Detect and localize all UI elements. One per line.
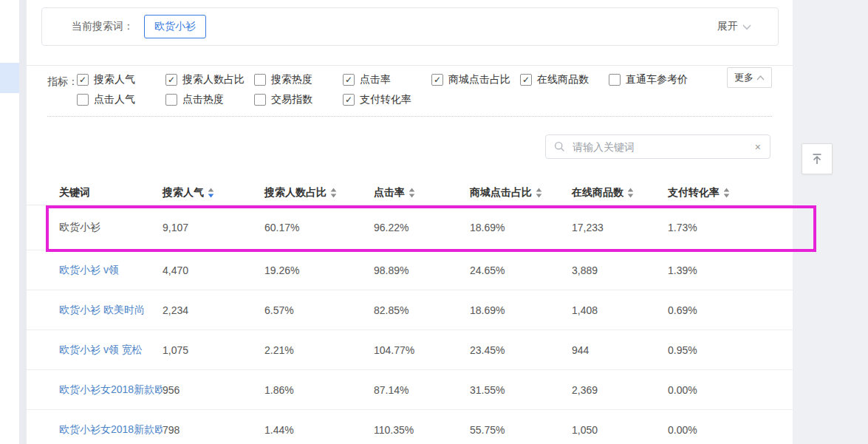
sort-icon[interactable] <box>208 188 214 198</box>
table-row: 欧货小衫 v领 宽松1,0752.21%104.77%23.45%9440.95… <box>27 330 793 370</box>
chevron-up-icon <box>756 75 765 81</box>
metric-value: 17,233 <box>572 222 668 233</box>
current-search-card: 当前搜索词： 欧货小衫 展开 <box>41 7 779 46</box>
metrics-filter-section: 指标： ✓搜索人气✓搜索人数占比搜索热度✓点击率✓商城点击占比✓在线商品数直通车… <box>27 66 793 117</box>
metric-value: 944 <box>572 344 668 356</box>
column-header[interactable]: 点击率 <box>374 186 470 199</box>
metric-checkbox-item[interactable]: ✓商城点击占比 <box>431 73 520 86</box>
column-header[interactable]: 在线商品数 <box>572 186 668 199</box>
keyword-text: 欧货小衫 <box>59 221 163 234</box>
metric-checkbox-item[interactable]: ✓搜索人气 <box>77 73 165 86</box>
column-header-label: 搜索人数占比 <box>264 186 327 199</box>
keyword-link[interactable]: 欧货小衫女2018新款欧... <box>59 423 163 437</box>
column-header-label: 支付转化率 <box>668 186 720 199</box>
keyword-link[interactable]: 欧货小衫 v领 宽松 <box>59 344 163 357</box>
metric-value: 87.14% <box>374 384 470 396</box>
checkbox-checked-icon[interactable]: ✓ <box>343 74 355 86</box>
checkbox-unchecked-icon[interactable] <box>254 74 266 86</box>
keyword-link[interactable]: 欧货小衫 欧美时尚 <box>59 304 163 317</box>
column-header[interactable]: 搜索人气 <box>163 186 264 199</box>
metric-checkbox-label: 搜索人气 <box>94 73 135 86</box>
column-header[interactable]: 商城点击占比 <box>470 186 572 199</box>
metric-value: 0.95% <box>668 344 793 356</box>
checkbox-unchecked-icon[interactable] <box>165 94 177 106</box>
checkbox-checked-icon[interactable]: ✓ <box>520 74 532 86</box>
metric-value: 82.85% <box>374 304 470 316</box>
column-header: 关键词 <box>59 186 163 199</box>
metric-checkbox-label: 点击人气 <box>94 93 135 106</box>
metrics-row-2: 点击人气点击热度交易指数✓支付转化率 <box>77 93 431 106</box>
current-term-button[interactable]: 欧货小衫 <box>144 15 206 38</box>
table-row: 欧货小衫 v领4,47019.26%98.89%24.65%3,8891.39% <box>27 250 793 290</box>
column-header-label: 搜索人气 <box>163 186 204 199</box>
table-row: 欧货小衫 欧美时尚2,2346.57%82.85%18.69%1,4080.69… <box>27 290 793 330</box>
column-header-label: 关键词 <box>59 186 90 199</box>
metric-value: 110.35% <box>374 424 470 436</box>
metric-checkbox-item[interactable]: ✓支付转化率 <box>343 93 431 106</box>
column-header-label: 在线商品数 <box>572 186 623 199</box>
back-to-top-button[interactable] <box>802 143 833 174</box>
metric-checkbox-item[interactable]: 搜索热度 <box>254 73 343 86</box>
metric-checkbox-label: 商城点击占比 <box>448 73 510 86</box>
top-section: 当前搜索词： 欧货小衫 展开 <box>27 0 793 66</box>
sidebar-divider-strip <box>19 0 27 444</box>
checkbox-checked-icon[interactable]: ✓ <box>165 74 177 86</box>
metric-value: 60.17% <box>264 222 374 233</box>
clear-search-icon[interactable]: × <box>755 142 761 152</box>
metric-checkbox-item[interactable]: 点击人气 <box>77 93 165 106</box>
metric-value: 31.55% <box>470 384 572 396</box>
keyword-search-box: × <box>545 134 770 159</box>
back-to-top-icon <box>810 152 824 165</box>
metric-value: 18.69% <box>470 222 572 233</box>
sort-icon[interactable] <box>409 188 415 198</box>
metric-value: 1,408 <box>572 304 668 316</box>
sort-icon[interactable] <box>330 188 337 198</box>
more-button[interactable]: 更多 <box>727 67 772 88</box>
checkbox-unchecked-icon[interactable] <box>254 94 266 106</box>
sidebar-selected-item-edge <box>0 63 19 93</box>
metric-checkbox-item[interactable]: 点击热度 <box>165 93 254 106</box>
metric-value: 3,889 <box>572 264 668 276</box>
metric-value: 2.21% <box>264 344 374 356</box>
metric-value: 24.65% <box>470 264 572 276</box>
metric-checkbox-item[interactable]: 直通车参考价 <box>609 73 697 86</box>
metric-checkbox-item[interactable]: ✓在线商品数 <box>520 73 609 86</box>
metric-value: 1.39% <box>668 264 793 276</box>
keyword-link[interactable]: 欧货小衫 v领 <box>59 264 163 277</box>
metric-checkbox-item[interactable]: 交易指数 <box>254 93 343 106</box>
column-header[interactable]: 支付转化率 <box>668 186 793 199</box>
column-header-label: 点击率 <box>374 186 405 199</box>
metric-value: 1.86% <box>264 384 374 396</box>
metric-checkbox-item[interactable]: ✓点击率 <box>343 73 431 86</box>
metric-value: 1,050 <box>572 424 668 436</box>
checkbox-checked-icon[interactable]: ✓ <box>431 74 443 86</box>
checkbox-checked-icon[interactable]: ✓ <box>77 74 89 86</box>
checkbox-unchecked-icon[interactable] <box>77 94 89 106</box>
keyword-link[interactable]: 欧货小衫女2018新款欧... <box>59 383 163 397</box>
table-row: 欧货小衫女2018新款欧...7981.44%110.35%55.75%1,05… <box>27 410 793 444</box>
metric-checkbox-label: 直通车参考价 <box>626 73 688 86</box>
metrics-label: 指标： <box>47 75 78 89</box>
expand-label: 展开 <box>717 20 738 33</box>
sort-icon[interactable] <box>627 188 634 198</box>
metric-checkbox-label: 在线商品数 <box>537 73 589 86</box>
keyword-search-input[interactable] <box>571 140 755 154</box>
metric-value: 1.73% <box>668 222 793 233</box>
metric-checkbox-item[interactable]: ✓搜索人数占比 <box>165 73 254 86</box>
checkbox-checked-icon[interactable]: ✓ <box>343 94 355 106</box>
expand-toggle[interactable]: 展开 <box>717 8 751 45</box>
metric-value: 98.89% <box>374 264 470 276</box>
column-header[interactable]: 搜索人数占比 <box>264 186 374 199</box>
metric-value: 2,234 <box>163 304 264 316</box>
sort-icon[interactable] <box>536 188 542 198</box>
sort-icon[interactable] <box>723 188 730 198</box>
table-header: 关键词搜索人气搜索人数占比点击率商城点击占比在线商品数支付转化率 <box>27 180 793 205</box>
metric-checkbox-label: 点击率 <box>360 73 391 86</box>
metric-value: 4,470 <box>163 264 264 276</box>
metric-checkbox-label: 搜索人数占比 <box>182 73 245 86</box>
metric-value: 956 <box>163 384 264 396</box>
checkbox-unchecked-icon[interactable] <box>609 74 621 86</box>
column-header-label: 商城点击占比 <box>470 186 532 199</box>
metric-checkbox-label: 点击热度 <box>182 93 224 106</box>
metric-value: 798 <box>163 424 264 436</box>
